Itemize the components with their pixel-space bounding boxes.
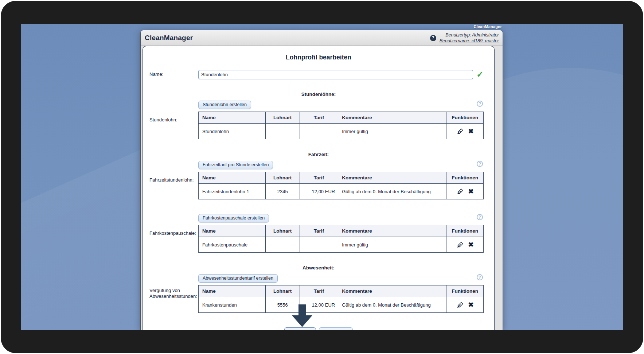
window-body: Lohnprofil bearbeiten Name: ✓ Stundenlöh…: [141, 46, 503, 330]
os-title-strip: CleanManager: [21, 24, 623, 29]
section-help-icon[interactable]: ?: [477, 101, 483, 107]
table-header-row: Name Lohnart Tarif Kommentare Funktionen: [199, 112, 484, 124]
table-header-row: Name Lohnart Tarif Kommentare Funktionen: [199, 172, 484, 184]
cell-lohnart: [265, 237, 300, 253]
delete-x-icon[interactable]: ✖: [468, 302, 474, 308]
edit-pencil-icon[interactable]: [456, 127, 464, 135]
section-row-label: Stundenlohn:: [143, 117, 198, 123]
create-fahrkostenpauschale-button[interactable]: Fahrkostenpauschale erstellen: [198, 214, 269, 222]
edit-pencil-icon[interactable]: [456, 301, 464, 309]
table-row: Fahrkostenpauschale Immer gültig: [199, 237, 484, 253]
section-abwesenheit: Vergütung von Abwesenheitsstunden: Abwes…: [143, 274, 494, 313]
section-heading-stundenloehne: Stundenlöhne:: [143, 92, 494, 97]
col-header-lohnart: Lohnart: [265, 112, 300, 124]
abwesenheit-table: Name Lohnart Tarif Kommentare Funktionen…: [198, 285, 484, 313]
table-row: Fahrzeitstundenlohn 1 2345 12,00 EUR Gül…: [199, 184, 484, 199]
page-title: Lohnprofil bearbeiten: [143, 54, 494, 61]
cell-lohnart: 2345: [265, 184, 300, 199]
col-header-kommentare: Kommentare: [338, 285, 446, 297]
section-fahrkostenpauschale: Fahrkostenpauschale: Fahrkostenpauschale…: [143, 214, 494, 253]
user-info: Benutzertyp: Administrator Benutzername:…: [440, 32, 499, 44]
desktop-screen: CleanManager CleanManager ? Benutzertyp:…: [21, 24, 623, 330]
form-footer: Speichern Annullieren: [143, 327, 494, 330]
cell-name: Fahrkostenpauschale: [199, 237, 266, 253]
section-help-icon[interactable]: ?: [477, 214, 483, 220]
col-header-tarif: Tarif: [300, 172, 338, 184]
edit-pencil-icon[interactable]: [456, 187, 464, 195]
col-header-name: Name: [199, 285, 266, 297]
cell-name: Fahrzeitstundenlohn 1: [199, 184, 266, 199]
table-row: Krankenstunden 5556 12,00 EUR Gültig ab …: [199, 297, 484, 313]
col-header-tarif: Tarif: [300, 225, 338, 237]
name-input[interactable]: [198, 70, 473, 79]
col-header-funktionen: Funktionen: [446, 112, 484, 124]
window-header: CleanManager ? Benutzertyp: Administrato…: [141, 30, 503, 46]
col-header-name: Name: [199, 225, 266, 237]
col-header-name: Name: [199, 172, 266, 184]
create-fahrzeittarif-button[interactable]: Fahrzeittarif pro Stunde erstellen: [198, 161, 273, 169]
cleanmanager-window: CleanManager ? Benutzertyp: Administrato…: [140, 30, 503, 330]
cell-kommentare: Gültig ab dem 0. Monat der Beschäftigung: [338, 297, 446, 313]
cell-kommentare: Immer gültig: [338, 124, 446, 139]
section-row-label: Fahrkostenpauschale:: [143, 230, 198, 236]
section-heading-fahrzeit: Fahrzeit:: [143, 152, 494, 157]
col-header-kommentare: Kommentare: [338, 172, 446, 184]
cell-name: Stundenlohn: [199, 124, 266, 139]
name-label: Name:: [143, 71, 198, 77]
col-header-funktionen: Funktionen: [446, 285, 484, 297]
delete-x-icon[interactable]: ✖: [468, 188, 474, 195]
section-help-icon[interactable]: ?: [477, 161, 483, 167]
col-header-lohnart: Lohnart: [265, 225, 300, 237]
col-header-tarif: Tarif: [300, 112, 338, 124]
cell-name: Krankenstunden: [199, 297, 266, 313]
edit-pencil-icon[interactable]: [456, 241, 464, 249]
app-title: CleanManager: [145, 34, 193, 42]
table-header-row: Name Lohnart Tarif Kommentare Funktionen: [199, 285, 484, 297]
section-heading-abwesenheit: Abwesenheit:: [143, 265, 494, 271]
user-type-label: Benutzertyp: Administrator: [440, 32, 499, 38]
cell-lohnart: [265, 124, 300, 139]
col-header-lohnart: Lohnart: [265, 172, 300, 184]
col-header-name: Name: [199, 112, 266, 124]
create-abwesenheitstarif-button[interactable]: Abwesenheitsstundentarif erstellen: [198, 274, 278, 283]
col-header-kommentare: Kommentare: [338, 112, 446, 124]
delete-x-icon[interactable]: ✖: [468, 241, 474, 248]
table-header-row: Name Lohnart Tarif Kommentare Funktionen: [199, 225, 484, 237]
create-stundenlohn-button[interactable]: Stundenlohn erstellen: [198, 101, 251, 109]
cell-tarif: [300, 237, 338, 253]
section-help-icon[interactable]: ?: [477, 274, 483, 280]
stundenlohn-table: Name Lohnart Tarif Kommentare Funktionen…: [198, 112, 484, 139]
name-row: Name: ✓: [143, 70, 494, 79]
col-header-lohnart: Lohnart: [265, 285, 300, 297]
fahrkosten-table: Name Lohnart Tarif Kommentare Funktionen…: [198, 225, 484, 253]
cell-tarif: 12,00 EUR: [300, 184, 338, 199]
fahrzeit-table: Name Lohnart Tarif Kommentare Funktionen…: [198, 172, 484, 199]
annotation-arrow-down-icon: [292, 304, 312, 329]
header-user-area: ? Benutzertyp: Administrator Benutzernam…: [430, 32, 499, 44]
os-title: CleanManager: [473, 24, 502, 29]
section-row-label: Fahrzeitstundenlohn:: [143, 177, 198, 183]
section-stundenlohn: Stundenlohn: Stundenlohn erstellen ? Nam…: [143, 101, 494, 139]
table-row: Stundenlohn Immer gültig: [199, 124, 484, 139]
help-icon[interactable]: ?: [430, 35, 436, 41]
user-name-label: Benutzername: cl189_master: [440, 38, 499, 44]
col-header-funktionen: Funktionen: [446, 225, 484, 237]
cell-kommentare: Gültig ab dem 0. Monat der Beschäftigung: [338, 184, 446, 199]
valid-check-icon: ✓: [476, 70, 484, 79]
col-header-funktionen: Funktionen: [446, 172, 484, 184]
cell-tarif: [300, 124, 338, 139]
section-row-label: Vergütung von Abwesenheitsstunden:: [143, 288, 198, 300]
section-fahrzeit: Fahrzeitstundenlohn: Fahrzeittarif pro S…: [143, 161, 494, 199]
form-panel: Lohnprofil bearbeiten Name: ✓ Stundenlöh…: [143, 46, 495, 330]
col-header-kommentare: Kommentare: [338, 225, 446, 237]
cancel-button[interactable]: Annullieren: [319, 327, 353, 330]
col-header-tarif: Tarif: [300, 285, 338, 297]
delete-x-icon[interactable]: ✖: [468, 128, 474, 135]
cell-kommentare: Immer gültig: [338, 237, 446, 253]
